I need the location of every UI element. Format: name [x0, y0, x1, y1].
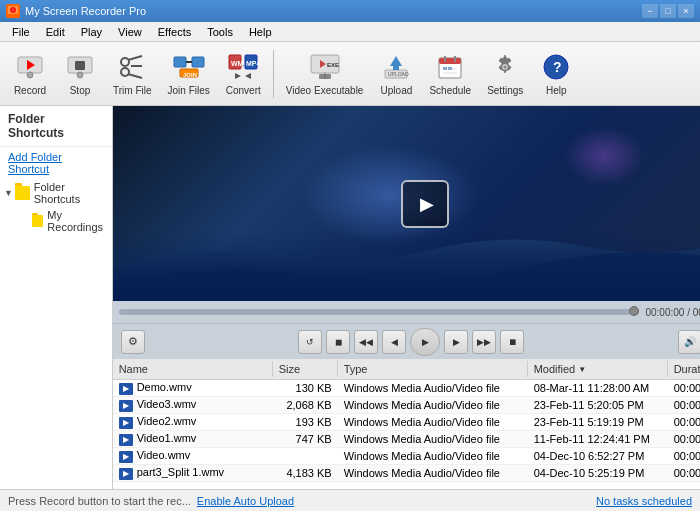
table-row[interactable]: ▶Video2.wmv 193 KB Windows Media Audio/V… — [113, 414, 700, 431]
tasks-scheduled-link[interactable]: No tasks scheduled — [596, 495, 692, 507]
settings-icon — [489, 52, 521, 83]
menu-play[interactable]: Play — [73, 24, 110, 40]
file-size-cell — [273, 455, 338, 457]
add-folder-shortcut-link[interactable]: Add Folder Shortcut — [0, 147, 112, 179]
seekbar-thumb[interactable] — [629, 306, 639, 316]
table-row[interactable]: ▶part3_Split 1.wmv 4,183 KB Windows Medi… — [113, 465, 700, 482]
help-button[interactable]: ? Help — [532, 47, 580, 101]
menu-bar: File Edit Play View Effects Tools Help — [0, 22, 700, 42]
trim-button[interactable]: Trim File — [106, 47, 159, 101]
table-row[interactable]: ▶Video1.wmv 747 KB Windows Media Audio/V… — [113, 431, 700, 448]
status-message: Press Record button to start the rec... — [8, 495, 191, 507]
convert-button[interactable]: WMV → MP4 Convert — [219, 47, 268, 101]
file-duration-cell: 00:00:11 — [668, 381, 700, 395]
file-type-cell: Windows Media Audio/Video file — [338, 466, 528, 480]
app-icon — [6, 4, 20, 18]
svg-marker-30 — [390, 56, 402, 70]
close-button[interactable]: × — [678, 4, 694, 18]
menu-file[interactable]: File — [4, 24, 38, 40]
table-row[interactable]: ▶Demo.wmv 130 KB Windows Media Audio/Vid… — [113, 380, 700, 397]
seekbar-area: 00:00:00 / 00:00:00 — [113, 301, 700, 323]
sidebar-item-my-recordings[interactable]: My Recordings — [0, 207, 112, 235]
stop-button[interactable]: Stop — [56, 47, 104, 101]
convert-icon: WMV → MP4 — [227, 51, 259, 83]
join-label: Join Files — [168, 85, 210, 96]
file-type-cell: Windows Media Audio/Video file — [338, 415, 528, 429]
col-header-size[interactable]: Size — [273, 361, 338, 377]
settings-label: Settings — [487, 85, 523, 96]
rewind-button[interactable]: ◼ — [326, 330, 350, 354]
step-forward-button[interactable]: ▶▶ — [472, 330, 496, 354]
join-icon: JOIN — [173, 51, 205, 83]
maximize-button[interactable]: □ — [660, 4, 676, 18]
svg-text:?: ? — [553, 59, 562, 75]
file-type-cell: Windows Media Audio/Video file — [338, 449, 528, 463]
app-title: My Screen Recorder Pro — [25, 5, 642, 17]
my-recordings-icon — [32, 215, 44, 227]
join-files-button[interactable]: JOIN Join Files — [161, 47, 217, 101]
menu-effects[interactable]: Effects — [150, 24, 199, 40]
folder-shortcuts-icon — [15, 186, 30, 200]
file-name-cell: ▶Demo.wmv — [113, 380, 273, 395]
fast-forward-button[interactable]: ▶ — [444, 330, 468, 354]
menu-edit[interactable]: Edit — [38, 24, 73, 40]
table-row[interactable]: ▶Video.wmv Windows Media Audio/Video fil… — [113, 448, 700, 465]
video-play-button[interactable] — [401, 180, 449, 228]
upload-button[interactable]: UPLOAD Upload — [372, 47, 420, 101]
main-content: Folder Shortcuts Add Folder Shortcut ▼ F… — [0, 106, 700, 489]
convert-label: Convert — [226, 85, 261, 96]
svg-point-8 — [77, 72, 83, 78]
minimize-button[interactable]: − — [642, 4, 658, 18]
menu-view[interactable]: View — [110, 24, 150, 40]
col-header-name[interactable]: Name — [113, 361, 273, 377]
player-settings-button[interactable]: ⚙ — [121, 330, 145, 354]
file-duration-cell: 00:00:51 — [668, 466, 700, 480]
file-duration-cell: 00:00:05 — [668, 415, 700, 429]
schedule-button[interactable]: Schedule — [422, 47, 478, 101]
table-row[interactable]: ▶Video3.wmv 2,068 KB Windows Media Audio… — [113, 397, 700, 414]
play-button[interactable]: ▶ — [410, 328, 440, 356]
record-icon — [14, 52, 46, 83]
col-header-modified[interactable]: Modified ▼ — [528, 361, 668, 377]
controls-bar: ⚙ ↺ ◼ ◀◀ ◀ ▶ ▶ ▶▶ ⏹ 🔊 ⛶ — [113, 323, 700, 359]
svg-rect-38 — [443, 67, 447, 70]
file-size-cell: 193 KB — [273, 415, 338, 429]
svg-text:MP4: MP4 — [246, 60, 259, 67]
file-icon: ▶ — [119, 468, 133, 480]
upload-label: Upload — [381, 85, 413, 96]
upload-icon: UPLOAD — [380, 52, 412, 83]
sidebar-item-label-folder-shortcuts: Folder Shortcuts — [34, 181, 108, 205]
record-label: Record — [14, 85, 46, 96]
svg-rect-15 — [192, 57, 204, 67]
file-list-body: ▶Demo.wmv 130 KB Windows Media Audio/Vid… — [113, 380, 700, 489]
svg-point-5 — [27, 72, 33, 78]
col-header-duration[interactable]: Duration — [668, 361, 700, 377]
window-controls: − □ × — [642, 4, 694, 18]
svg-point-2 — [12, 9, 15, 12]
stop-icon — [64, 52, 96, 83]
sidebar-item-folder-shortcuts[interactable]: ▼ Folder Shortcuts — [0, 179, 112, 207]
video-preview — [113, 106, 700, 301]
file-duration-cell: 00:00:22 — [668, 449, 700, 463]
step-back-button[interactable]: ◀◀ — [354, 330, 378, 354]
svg-rect-39 — [448, 67, 452, 70]
video-exe-label: Video Executable — [286, 85, 364, 96]
file-type-cell: Windows Media Audio/Video file — [338, 432, 528, 446]
file-name-cell: ▶Video1.wmv — [113, 431, 273, 446]
video-exe-icon: EXE — [309, 52, 341, 83]
video-executable-button[interactable]: EXE Video Executable — [279, 47, 371, 101]
col-header-type[interactable]: Type — [338, 361, 528, 377]
record-button[interactable]: Record — [6, 47, 54, 101]
svg-rect-33 — [439, 58, 461, 64]
menu-help[interactable]: Help — [241, 24, 280, 40]
end-button[interactable]: ⏹ — [500, 330, 524, 354]
prev-frame-button[interactable]: ↺ — [298, 330, 322, 354]
toolbar-separator-1 — [273, 50, 274, 98]
auto-upload-link[interactable]: Enable Auto Upload — [197, 495, 294, 507]
volume-button[interactable]: 🔊 — [678, 330, 700, 354]
settings-button[interactable]: Settings — [480, 47, 530, 101]
seekbar-track[interactable] — [119, 309, 640, 315]
menu-tools[interactable]: Tools — [199, 24, 241, 40]
fast-rewind-button[interactable]: ◀ — [382, 330, 406, 354]
file-name-cell: ▶Video.wmv — [113, 448, 273, 463]
